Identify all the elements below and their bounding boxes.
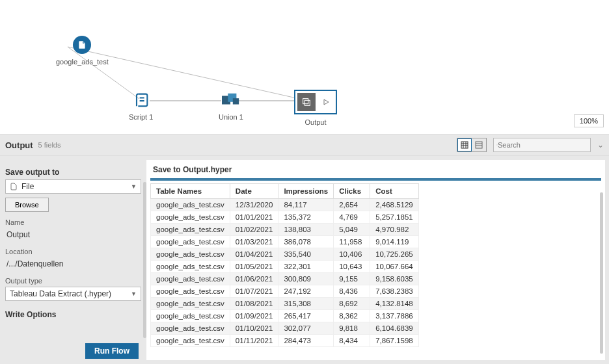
table-cell: 7,638.2383 (370, 285, 419, 298)
column-header[interactable]: Cost (370, 184, 419, 199)
table-cell: 265,417 (278, 310, 334, 322)
output-toolbar: Output 5 fields ⌄ (0, 134, 609, 156)
table-cell: 315,308 (278, 298, 334, 310)
svg-rect-10 (461, 142, 468, 148)
grid-view-button[interactable] (457, 138, 472, 151)
svg-marker-9 (324, 99, 329, 105)
table-cell: 9,155 (334, 273, 370, 285)
table-row[interactable]: google_ads_test.csv12/31/202084,1172,654… (151, 199, 419, 211)
table-cell: google_ads_test.csv (151, 273, 230, 285)
table-cell: 6,104.6839 (370, 322, 419, 335)
table-row[interactable]: google_ads_test.csv01/09/2021265,4178,36… (151, 310, 419, 322)
table-cell: 300,809 (278, 273, 334, 285)
table-cell: 84,117 (278, 199, 334, 211)
table-cell: 322,301 (278, 261, 334, 273)
file-icon (10, 183, 18, 190)
table-cell: 10,643 (334, 261, 370, 273)
table-cell: google_ads_test.csv (151, 261, 230, 273)
write-options-label: Write Options (5, 310, 141, 319)
location-label: Location (5, 248, 141, 255)
table-cell: 9,818 (334, 322, 370, 335)
table-cell: 01/07/2021 (230, 285, 278, 298)
table-cell: 386,078 (278, 236, 334, 248)
table-cell: 01/06/2021 (230, 273, 278, 285)
table-row[interactable]: google_ads_test.csv01/02/2021138,8035,04… (151, 224, 419, 236)
table-cell: 247,192 (278, 285, 334, 298)
table-cell: 9,158.6035 (370, 273, 419, 285)
node-output[interactable]: Output (294, 90, 337, 126)
table-cell: 135,372 (278, 211, 334, 224)
table-row[interactable]: google_ads_test.csv01/05/2021322,30110,6… (151, 261, 419, 273)
table-row[interactable]: google_ads_test.csv01/01/2021135,3724,76… (151, 211, 419, 224)
flow-canvas[interactable]: google_ads_test Script 1 Union 1 Output … (0, 0, 609, 134)
table-row[interactable]: google_ads_test.csv01/08/2021315,3088,69… (151, 298, 419, 310)
run-flow-button[interactable]: Run Flow (85, 343, 139, 359)
data-table: Table NamesDateImpressionsClicksCost goo… (150, 183, 419, 347)
table-row[interactable]: google_ads_test.csv01/04/2021335,54010,4… (151, 248, 419, 261)
table-cell: 4,769 (334, 211, 370, 224)
table-cell: 8,362 (334, 310, 370, 322)
table-cell: 8,436 (334, 285, 370, 298)
node-union[interactable]: Union 1 (219, 91, 243, 121)
table-cell: 01/04/2021 (230, 248, 278, 261)
node-label: google_ads_test (56, 58, 109, 66)
table-cell: 12/31/2020 (230, 199, 278, 211)
field-count: 5 fields (38, 141, 61, 149)
search-input[interactable] (498, 141, 588, 149)
column-header[interactable]: Clicks (334, 184, 370, 199)
file-icon (73, 36, 91, 54)
table-cell: google_ads_test.csv (151, 236, 230, 248)
location-value: /.../Datenquellen (5, 257, 141, 270)
panel-title: Output (5, 140, 33, 150)
column-header[interactable]: Impressions (278, 184, 334, 199)
table-cell: 01/10/2021 (230, 322, 278, 335)
save-output-label: Save output to (5, 168, 141, 177)
table-cell: google_ads_test.csv (151, 211, 230, 224)
table-cell: 2,654 (334, 199, 370, 211)
save-header: Save to Output.hyper (146, 160, 605, 178)
table-row[interactable]: google_ads_test.csv01/10/2021302,0779,81… (151, 322, 419, 335)
table-cell: 01/01/2021 (230, 211, 278, 224)
table-cell: 5,049 (334, 224, 370, 236)
svg-rect-8 (304, 100, 310, 105)
table-row[interactable]: google_ads_test.csv01/06/2021300,8099,15… (151, 273, 419, 285)
table-cell: 01/09/2021 (230, 310, 278, 322)
play-icon[interactable] (318, 94, 334, 110)
output-stack-icon (297, 93, 316, 111)
table-cell: 10,067.664 (370, 261, 419, 273)
name-value: Output (5, 228, 141, 241)
scrollbar[interactable] (600, 192, 603, 354)
table-cell: 11,958 (334, 236, 370, 248)
node-source[interactable]: google_ads_test (56, 36, 109, 66)
table-cell: google_ads_test.csv (151, 298, 230, 310)
output-type-label: Output type (5, 277, 141, 285)
browse-button[interactable]: Browse (5, 198, 49, 212)
save-type-dropdown[interactable]: File ▼ (5, 179, 141, 194)
table-cell: 10,406 (334, 248, 370, 261)
table-cell: 01/08/2021 (230, 298, 278, 310)
node-label: Union 1 (219, 113, 243, 121)
search-box[interactable] (493, 138, 591, 152)
name-label: Name (5, 218, 141, 226)
chevron-down-icon[interactable]: ⌄ (597, 140, 604, 150)
svg-rect-15 (476, 142, 482, 148)
column-header[interactable]: Date (230, 184, 278, 199)
table-row[interactable]: google_ads_test.csv01/07/2021247,1928,43… (151, 285, 419, 298)
output-settings-panel: Save output to File ▼ Browse Name Output… (0, 156, 146, 364)
column-header[interactable]: Table Names (151, 184, 230, 199)
table-cell: google_ads_test.csv (151, 310, 230, 322)
output-type-dropdown[interactable]: Tableau Data Extract (.hyper) ▼ (5, 287, 141, 301)
table-cell: google_ads_test.csv (151, 199, 230, 211)
table-row[interactable]: google_ads_test.csv01/03/2021386,07811,9… (151, 236, 419, 248)
list-view-button[interactable] (472, 138, 486, 151)
script-icon (132, 91, 150, 109)
table-cell: 2,468.5129 (370, 199, 419, 211)
table-row[interactable]: google_ads_test.csv01/11/2021284,4738,43… (151, 335, 419, 347)
svg-rect-7 (303, 99, 308, 104)
data-table-wrap[interactable]: Table NamesDateImpressionsClicksCost goo… (150, 183, 601, 360)
table-cell: google_ads_test.csv (151, 285, 230, 298)
table-cell: 4,132.8148 (370, 298, 419, 310)
table-cell: 9,014.119 (370, 236, 419, 248)
zoom-level[interactable]: 100% (574, 114, 604, 127)
node-script[interactable]: Script 1 (129, 91, 153, 121)
